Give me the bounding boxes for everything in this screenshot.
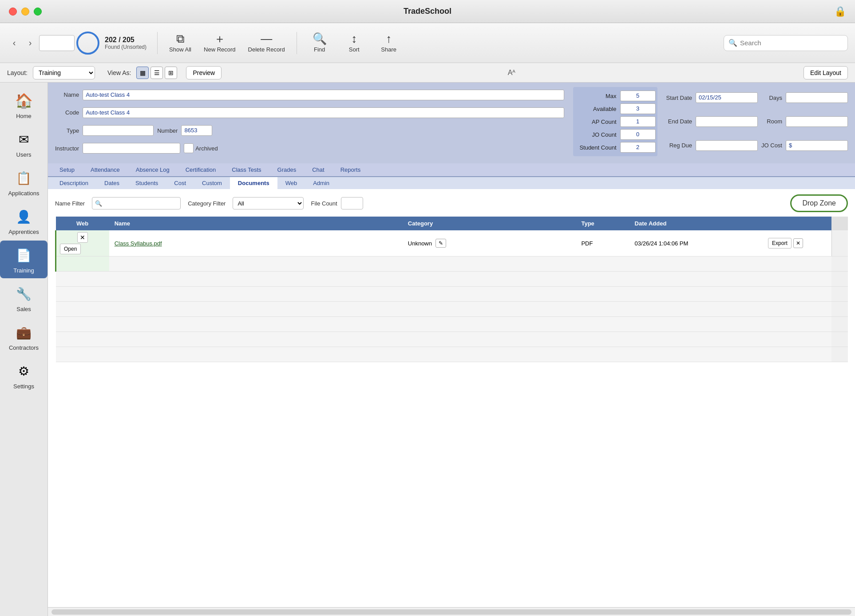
view-icon-table[interactable]: ⊞: [165, 67, 177, 79]
maximize-button[interactable]: [34, 8, 42, 16]
code-value[interactable]: Auto-test Class 4: [83, 107, 564, 118]
open-file-button[interactable]: Open: [60, 244, 81, 254]
jo-cost-value[interactable]: $: [786, 140, 848, 151]
find-button[interactable]: 🔍 Find: [304, 31, 335, 55]
reg-due-value[interactable]: [696, 140, 758, 151]
table-row-empty-4: [56, 302, 848, 317]
tab-class-tests[interactable]: Class Tests: [224, 163, 269, 177]
name-filter-input[interactable]: [104, 200, 175, 207]
number-value[interactable]: 8653: [181, 125, 212, 136]
max-value[interactable]: 5: [620, 91, 656, 101]
student-count-value[interactable]: 2: [620, 142, 656, 153]
tab-reports[interactable]: Reports: [332, 163, 369, 177]
empty-cell-web-6: [56, 332, 109, 347]
room-value[interactable]: [786, 116, 848, 127]
file-count-input[interactable]: 1: [341, 197, 363, 209]
web-x-button[interactable]: ✕: [77, 232, 88, 243]
sort-button[interactable]: ↕ Sort: [339, 31, 370, 55]
edit-category-button[interactable]: ✎: [435, 239, 446, 248]
nav-controls: ‹ › 198 202 / 205 Found (Unsorted): [7, 32, 146, 55]
tab-grades[interactable]: Grades: [269, 163, 305, 177]
search-box[interactable]: 🔍: [724, 35, 848, 51]
jo-count-value[interactable]: 0: [620, 129, 656, 140]
tab2-admin[interactable]: Admin: [305, 177, 337, 189]
sidebar-item-contractors[interactable]: 💼 Contractors: [0, 318, 48, 355]
export-button[interactable]: Export: [768, 238, 792, 249]
nav-back-button[interactable]: ‹: [7, 36, 21, 50]
tab2-documents[interactable]: Documents: [230, 177, 277, 189]
start-date-value[interactable]: 02/15/25: [696, 92, 758, 103]
tab2-cost[interactable]: Cost: [166, 177, 194, 189]
view-icon-card[interactable]: ▦: [136, 67, 149, 79]
sidebar-item-apprentices[interactable]: 👤 Apprentices: [0, 202, 48, 240]
delete-record-icon: ―: [261, 33, 272, 44]
days-label: Days: [761, 95, 782, 101]
empty-cell-type-3: [576, 287, 629, 302]
table-row-empty-6: [56, 332, 848, 347]
sidebar-item-sales[interactable]: 🔧 Sales: [0, 279, 48, 317]
tab-absence-log[interactable]: Absence Log: [128, 163, 178, 177]
instructor-value[interactable]: [83, 143, 180, 154]
empty-cell-actions-7: [763, 347, 831, 362]
delete-record-button[interactable]: ― Delete Record: [244, 31, 289, 55]
tab-certification[interactable]: Certification: [178, 163, 224, 177]
close-row-button[interactable]: ✕: [793, 238, 803, 248]
archived-checkbox[interactable]: [184, 143, 194, 153]
empty-scroll: [831, 257, 848, 272]
jo-count-label: JO Count: [579, 131, 616, 138]
name-value[interactable]: Auto-test Class 4: [83, 90, 564, 100]
ap-count-value[interactable]: 1: [620, 116, 656, 127]
table-container: Web Name Category Type Date Added: [55, 217, 848, 602]
type-value[interactable]: [83, 125, 154, 136]
show-all-button[interactable]: ⧉ Show All: [165, 31, 196, 55]
file-name[interactable]: Class Syllabus.pdf: [115, 240, 162, 247]
sidebar-item-settings[interactable]: ⚙ Settings: [0, 356, 48, 394]
tab2-web[interactable]: Web: [277, 177, 305, 189]
tab2-dates[interactable]: Dates: [96, 177, 127, 189]
close-button[interactable]: [9, 8, 17, 16]
sales-icon: 🔧: [14, 284, 34, 304]
search-input[interactable]: [740, 39, 838, 47]
view-icon-list[interactable]: ☰: [150, 67, 163, 79]
horizontal-scrollbar[interactable]: [48, 607, 855, 616]
app-title: TradeSchool: [404, 7, 451, 16]
available-value[interactable]: 3: [620, 103, 656, 114]
sidebar-item-training[interactable]: 📄 Training: [0, 241, 48, 278]
tab2-students[interactable]: Students: [127, 177, 166, 189]
empty-cell-cat-6: [403, 332, 576, 347]
drop-zone-button[interactable]: Drop Zone: [790, 194, 848, 212]
sidebar-item-users[interactable]: ✉ Users: [0, 125, 48, 162]
edit-layout-button[interactable]: Edit Layout: [804, 66, 848, 79]
records-found: Found (Unsorted): [105, 44, 146, 50]
share-icon: ↑: [386, 33, 392, 44]
nav-forward-button[interactable]: ›: [23, 36, 37, 50]
tab-attendance[interactable]: Attendance: [83, 163, 128, 177]
category-filter-select[interactable]: All: [233, 197, 304, 209]
tab2-custom[interactable]: Custom: [194, 177, 230, 189]
empty-cell-name-7: [109, 347, 403, 362]
layout-bar: Layout: Training View As: ▦ ☰ ⊞ Preview …: [0, 63, 855, 83]
applications-icon: 📋: [14, 168, 34, 188]
tab-setup[interactable]: Setup: [51, 163, 83, 177]
minimize-button[interactable]: [21, 8, 29, 16]
empty-cell-actions-2: [763, 272, 831, 287]
sidebar-item-home[interactable]: 🏠 Home: [0, 86, 48, 124]
tab-chat[interactable]: Chat: [304, 163, 332, 177]
record-number-input[interactable]: 198: [39, 35, 75, 51]
sidebar-label-home: Home: [16, 113, 32, 119]
tab2-description[interactable]: Description: [51, 177, 96, 189]
start-date-label: Start Date: [666, 95, 693, 101]
number-label: Number: [157, 127, 178, 134]
sidebar-label-contractors: Contractors: [9, 344, 39, 351]
days-value[interactable]: [786, 92, 848, 103]
new-record-button[interactable]: ＋ New Record: [199, 31, 240, 55]
table-row-empty-3: [56, 287, 848, 302]
preview-button[interactable]: Preview: [186, 66, 222, 79]
sidebar-item-applications[interactable]: 📋 Applications: [0, 163, 48, 201]
empty-cell-date-3: [629, 287, 763, 302]
empty-cell-web-2: [56, 272, 109, 287]
share-button[interactable]: ↑ Share: [373, 31, 404, 55]
layout-select[interactable]: Training: [33, 66, 95, 79]
cell-name: Class Syllabus.pdf: [109, 230, 403, 257]
end-date-value[interactable]: [696, 116, 758, 127]
